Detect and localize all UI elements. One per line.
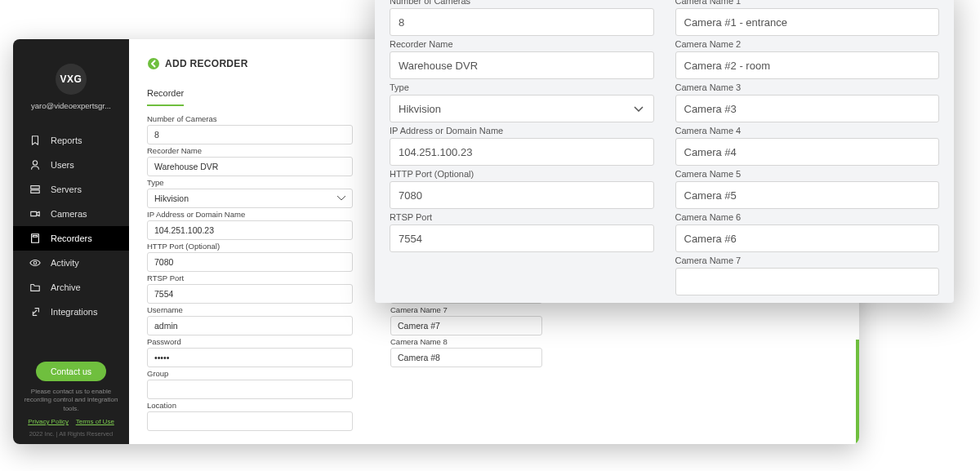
back-icon[interactable] — [147, 57, 160, 70]
server-icon — [29, 184, 41, 195]
user-email: yaro@videoexpertsgr... — [22, 101, 120, 110]
field-input[interactable] — [147, 411, 353, 431]
form-field: Camera Name 8 — [390, 337, 542, 367]
field-label: Camera Name 7 — [675, 255, 940, 265]
field-input[interactable] — [390, 348, 542, 367]
user-icon — [29, 159, 41, 171]
form-field: HTTP Port (Optional) — [147, 242, 353, 272]
form-field: RTSP Port — [390, 212, 654, 252]
form-field: Camera Name 7 — [675, 255, 940, 295]
folder-icon — [29, 282, 41, 293]
sidebar-item-reports[interactable]: Reports — [13, 128, 129, 153]
overlay-column-left: Number of CamerasRecorder NameTypeHikvis… — [390, 0, 654, 295]
overlay-column-right: Camera Name 1Camera Name 2Camera Name 3C… — [675, 0, 940, 295]
field-input[interactable] — [147, 348, 353, 367]
field-input[interactable] — [147, 157, 353, 176]
tab-recorder[interactable]: Recorder — [147, 88, 184, 106]
field-input[interactable] — [147, 380, 353, 399]
sidebar-item-cameras[interactable]: Cameras — [13, 202, 129, 226]
sidebar-item-integrations[interactable]: Integrations — [13, 300, 129, 324]
svg-point-0 — [148, 58, 159, 69]
form-field: TypeHikvision — [147, 178, 353, 208]
form-field: Number of Cameras — [147, 114, 353, 144]
form-field: Camera Name 2 — [675, 39, 940, 79]
form-column-left: Number of CamerasRecorder NameTypeHikvis… — [147, 114, 353, 444]
scrollbar-track[interactable] — [856, 340, 859, 444]
field-label: Recorder Name — [147, 146, 353, 155]
field-input[interactable] — [675, 268, 940, 295]
field-input[interactable] — [675, 181, 940, 209]
sidebar-item-label: Activity — [51, 258, 79, 268]
field-label: IP Address or Domain Name — [147, 210, 353, 219]
form-field: Number of Cameras — [390, 0, 654, 36]
field-input[interactable] — [147, 125, 353, 144]
field-label: Camera Name 6 — [675, 212, 940, 222]
field-input[interactable] — [675, 51, 940, 79]
field-input[interactable] — [390, 316, 542, 335]
sidebar-item-label: Archive — [51, 282, 81, 292]
sidebar-item-label: Users — [51, 160, 74, 170]
nav-list: ReportsUsersServersCamerasRecordersActiv… — [13, 128, 129, 324]
sidebar-item-activity[interactable]: Activity — [13, 251, 129, 275]
field-label: Camera Name 7 — [390, 305, 542, 314]
field-label: HTTP Port (Optional) — [390, 169, 654, 179]
field-input[interactable] — [675, 95, 940, 122]
field-input[interactable] — [390, 224, 654, 252]
field-label: Camera Name 5 — [675, 169, 940, 179]
field-label: RTSP Port — [390, 212, 654, 222]
sidebar: VXG yaro@videoexpertsgr... ReportsUsersS… — [13, 39, 129, 444]
form-field: IP Address or Domain Name — [147, 210, 353, 240]
field-label: Username — [147, 305, 353, 314]
field-input[interactable] — [147, 316, 353, 335]
terms-link[interactable]: Terms of Use — [76, 418, 114, 425]
field-input[interactable] — [675, 8, 940, 36]
sidebar-item-label: Servers — [51, 184, 82, 194]
field-input[interactable]: Hikvision — [147, 189, 353, 208]
form-field: Camera Name 6 — [675, 212, 940, 252]
form-field: Recorder Name — [390, 39, 654, 79]
field-label: RTSP Port — [147, 273, 353, 282]
bookmark-icon — [29, 135, 41, 146]
field-input[interactable] — [147, 252, 353, 272]
field-label: Camera Name 1 — [675, 0, 940, 6]
camera-icon — [29, 208, 41, 220]
copyright: 2022 Inc. | All Rights Reserved — [29, 430, 113, 438]
sidebar-item-users[interactable]: Users — [13, 153, 129, 177]
form-field: Camera Name 4 — [675, 126, 940, 166]
page-title: ADD RECORDER — [165, 58, 248, 69]
field-label: Camera Name 4 — [675, 126, 940, 136]
field-input[interactable] — [675, 224, 940, 252]
field-label: Password — [147, 337, 353, 346]
field-label: HTTP Port (Optional) — [147, 242, 353, 251]
sidebar-item-label: Cameras — [51, 209, 87, 219]
form-field: IP Address or Domain Name — [390, 126, 654, 166]
field-input[interactable]: Hikvision — [390, 95, 654, 122]
sidebar-item-recorders[interactable]: Recorders — [13, 226, 129, 251]
form-field: Username — [147, 305, 353, 335]
form-field: Password — [147, 337, 353, 367]
field-input[interactable] — [390, 181, 654, 209]
field-label: Group — [147, 369, 353, 378]
field-input[interactable] — [390, 8, 654, 36]
form-field: Camera Name 7 — [390, 305, 542, 335]
field-input[interactable] — [147, 220, 353, 240]
field-label: Number of Cameras — [390, 0, 654, 6]
sidebar-item-label: Reports — [51, 136, 82, 145]
field-input[interactable] — [390, 138, 654, 166]
field-input[interactable] — [147, 284, 353, 304]
form-field: Group — [147, 369, 353, 399]
privacy-link[interactable]: Privacy Policy — [28, 418, 69, 425]
eye-icon — [29, 257, 41, 269]
footer-links: Privacy Policy Terms of Use — [28, 418, 114, 425]
form-field: Camera Name 5 — [675, 169, 940, 209]
sidebar-item-archive[interactable]: Archive — [13, 275, 129, 300]
field-input[interactable] — [390, 51, 654, 79]
contact-button[interactable]: Contact us — [36, 362, 106, 381]
field-label: Camera Name 8 — [390, 337, 542, 346]
overlay-panel: Number of CamerasRecorder NameTypeHikvis… — [375, 0, 954, 303]
sidebar-item-servers[interactable]: Servers — [13, 177, 129, 202]
field-input[interactable] — [675, 138, 940, 166]
form-field: TypeHikvision — [390, 82, 654, 122]
field-label: Camera Name 3 — [675, 82, 940, 92]
field-label: Camera Name 2 — [675, 39, 940, 49]
